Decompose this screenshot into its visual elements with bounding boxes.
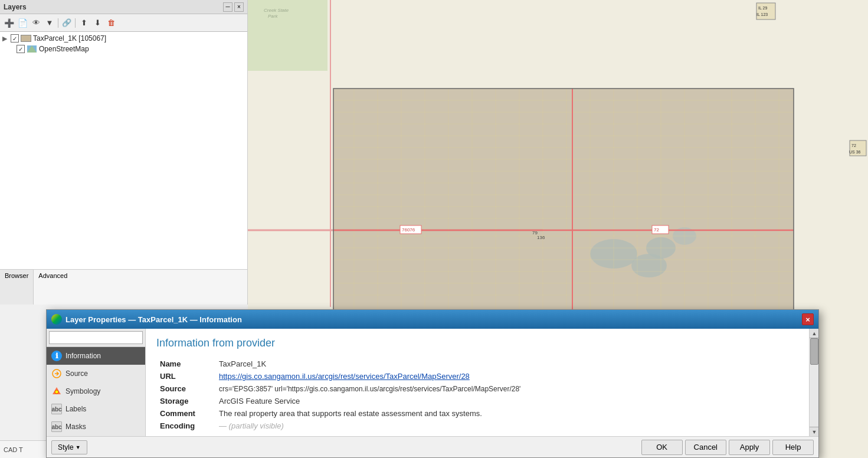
field-value-name: TaxParcel_1K bbox=[215, 358, 798, 370]
bottom-side-panels: Browser Advanced bbox=[0, 269, 247, 305]
masks-nav-label: Masks bbox=[65, 423, 86, 431]
cad-label: CAD T bbox=[4, 446, 23, 453]
layer-properties-dialog: Layer Properties — TaxParcel_1K — Inform… bbox=[46, 309, 819, 458]
cancel-button[interactable]: Cancel bbox=[685, 440, 726, 455]
add-layer-icon[interactable]: ➕ bbox=[2, 17, 15, 30]
layer-link-icon[interactable]: 🔗 bbox=[60, 17, 73, 30]
field-value-encoding: — (partially visible) bbox=[215, 420, 798, 432]
field-value-source: crs='EPSG:3857' url='https://gis.co.sang… bbox=[215, 382, 798, 395]
labels-icon: abc bbox=[51, 404, 62, 414]
svg-text:IL 29: IL 29 bbox=[758, 6, 767, 10]
dialog-search-input[interactable] bbox=[49, 331, 143, 344]
layers-toolbar: ➕ 📄 👁 ▼ 🔗 ⬆ ⬇ 🗑 bbox=[0, 14, 247, 32]
field-value-comment: The real property area that supports rea… bbox=[215, 407, 798, 420]
scrollbar-up-button[interactable]: ▲ bbox=[810, 329, 818, 338]
dialog-content-area: Information from provider Name TaxParcel… bbox=[146, 329, 818, 436]
nav-item-information[interactable]: ℹ Information bbox=[47, 347, 145, 365]
style-button[interactable]: Style ▼ bbox=[51, 440, 87, 454]
content-title: Information from provider bbox=[156, 337, 798, 349]
field-key-storage: Storage bbox=[156, 395, 215, 407]
cad-panel: CAD T bbox=[0, 440, 47, 458]
table-row: Encoding — (partially visible) bbox=[156, 420, 798, 432]
table-row: Storage ArcGIS Feature Service bbox=[156, 395, 798, 407]
layers-list: ▶ ✓ TaxParcel_1K [105067] ✓ OpenStreetMa… bbox=[0, 32, 247, 269]
nav-item-source[interactable]: Source bbox=[47, 365, 145, 382]
info-table: Name TaxParcel_1K URL https://gis.co.san… bbox=[156, 358, 798, 432]
svg-text:US 36: US 36 bbox=[849, 150, 861, 154]
svg-text:72: 72 bbox=[851, 143, 856, 148]
table-row: Comment The real property area that supp… bbox=[156, 407, 798, 420]
list-item[interactable]: ✓ OpenStreetMap bbox=[0, 44, 247, 54]
layer-name2: OpenStreetMap bbox=[39, 45, 89, 53]
nav-item-labels[interactable]: abc Labels bbox=[47, 400, 145, 418]
dialog-search-container bbox=[47, 329, 145, 347]
remove-layer-icon[interactable]: 🗑 bbox=[104, 17, 117, 30]
layer-name: TaxParcel_1K [105067] bbox=[33, 34, 106, 42]
nav-item-symbology[interactable]: Symbology bbox=[47, 382, 145, 400]
field-key-name: Name bbox=[156, 358, 215, 370]
source-icon bbox=[51, 368, 62, 379]
layers-close-icon[interactable]: × bbox=[234, 2, 244, 12]
dialog-nav: ℹ Information Source bbox=[47, 347, 145, 436]
advanced-panel-tab[interactable]: Advanced bbox=[34, 270, 72, 305]
information-icon: ℹ bbox=[51, 351, 62, 361]
svg-text:76076: 76076 bbox=[402, 227, 415, 233]
apply-button[interactable]: Apply bbox=[729, 440, 770, 455]
taxparcel-layer-icon bbox=[21, 35, 31, 42]
dialog-scrollable[interactable]: Information from provider Name TaxParcel… bbox=[146, 329, 809, 436]
browser-panel-tab[interactable]: Browser bbox=[0, 270, 34, 305]
move-down-icon[interactable]: ⬇ bbox=[91, 17, 104, 30]
style-dropdown-icon: ▼ bbox=[76, 444, 81, 450]
dialog-title: Layer Properties — TaxParcel_1K — Inform… bbox=[65, 315, 242, 324]
open-layer-manager-icon[interactable]: 👁 bbox=[30, 17, 42, 30]
field-key-comment: Comment bbox=[156, 407, 215, 420]
scrollbar-thumb[interactable] bbox=[810, 338, 818, 365]
dialog-titlebar: Layer Properties — TaxParcel_1K — Inform… bbox=[47, 310, 818, 329]
masks-icon: abc bbox=[51, 421, 62, 432]
field-key-encoding: Encoding bbox=[156, 420, 215, 432]
symbology-nav-label: Symbology bbox=[65, 387, 100, 395]
dialog-scrollbar[interactable]: ▲ ▼ bbox=[809, 329, 818, 436]
layer-expand-arrow[interactable]: ▶ bbox=[2, 35, 11, 42]
nav-item-masks[interactable]: abc Masks bbox=[47, 418, 145, 436]
svg-text:136: 136 bbox=[537, 235, 545, 240]
dialog-sidebar: ℹ Information Source bbox=[47, 329, 146, 436]
toolbar-separator bbox=[58, 18, 58, 28]
qgis-icon bbox=[51, 314, 62, 325]
layers-header: Layers ─ × bbox=[0, 0, 247, 14]
svg-text:72: 72 bbox=[654, 227, 659, 233]
field-key-url: URL bbox=[156, 370, 215, 382]
symbology-icon bbox=[51, 386, 62, 397]
field-value-url[interactable]: https://gis.co.sangamon.il.us/arcgis/res… bbox=[215, 370, 798, 382]
table-row: Name TaxParcel_1K bbox=[156, 358, 798, 370]
scrollbar-track bbox=[810, 338, 818, 427]
svg-point-66 bbox=[55, 390, 58, 394]
labels-nav-label: Labels bbox=[65, 405, 86, 413]
field-value-storage: ArcGIS Feature Service bbox=[215, 395, 798, 407]
table-row: Source crs='EPSG:3857' url='https://gis.… bbox=[156, 382, 798, 395]
layers-title: Layers bbox=[4, 3, 27, 11]
table-row: URL https://gis.co.sangamon.il.us/arcgis… bbox=[156, 370, 798, 382]
dialog-close-button[interactable]: × bbox=[802, 313, 814, 325]
scrollbar-down-button[interactable]: ▼ bbox=[810, 427, 818, 436]
layers-minimize-icon[interactable]: ─ bbox=[223, 2, 232, 12]
list-item[interactable]: ▶ ✓ TaxParcel_1K [105067] bbox=[0, 33, 247, 44]
svg-rect-60 bbox=[248, 0, 327, 71]
move-up-icon[interactable]: ⬆ bbox=[77, 17, 90, 30]
osm-layer-icon bbox=[27, 45, 37, 53]
dialog-footer: Style ▼ OK Cancel Apply Help bbox=[47, 436, 818, 457]
layer-checkbox2[interactable]: ✓ bbox=[17, 45, 25, 53]
filter-layers-icon[interactable]: ▼ bbox=[43, 17, 56, 30]
ok-button[interactable]: OK bbox=[641, 440, 683, 455]
dialog-body: ℹ Information Source bbox=[47, 329, 818, 436]
information-nav-label: Information bbox=[65, 352, 101, 360]
svg-text:IL 123: IL 123 bbox=[756, 12, 768, 17]
source-nav-label: Source bbox=[65, 369, 88, 378]
layer-checkbox[interactable]: ✓ bbox=[11, 34, 19, 42]
help-button[interactable]: Help bbox=[772, 440, 814, 455]
new-layer-icon[interactable]: 📄 bbox=[16, 17, 29, 30]
toolbar-separator2 bbox=[75, 18, 76, 28]
field-key-source: Source bbox=[156, 382, 215, 395]
